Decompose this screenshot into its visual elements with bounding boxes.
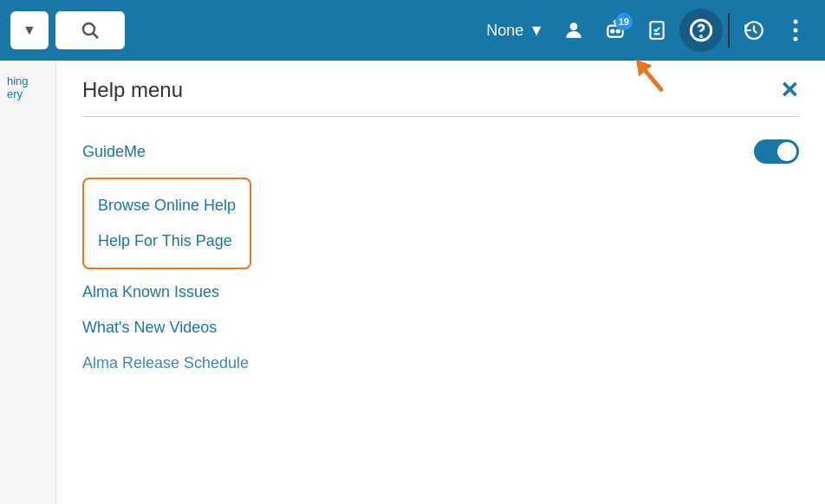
topbar-divider — [728, 13, 730, 48]
sidebar-text-1: hing ery — [7, 74, 49, 100]
svg-point-5 — [617, 29, 620, 32]
close-icon: ✕ — [780, 77, 799, 103]
svg-point-12 — [794, 20, 798, 24]
svg-point-0 — [83, 23, 94, 35]
help-icon — [689, 18, 713, 42]
task-button[interactable] — [638, 11, 676, 49]
dropdown-arrow-icon: ▼ — [529, 22, 544, 40]
task-icon — [646, 19, 668, 42]
whats-new-videos-link[interactable]: What's New Videos — [82, 310, 799, 346]
svg-point-13 — [794, 29, 798, 33]
help-menu-title: Help menu — [82, 78, 183, 102]
svg-point-2 — [570, 23, 578, 30]
topbar-left: ▼ — [10, 11, 125, 49]
help-menu-header: Help menu ✕ — [56, 61, 825, 116]
svg-point-10 — [700, 36, 701, 36]
history-icon — [743, 19, 765, 42]
search-icon — [80, 20, 101, 41]
none-dropdown[interactable]: None ▼ — [486, 22, 544, 40]
notification-badge: 19 — [615, 13, 633, 30]
browse-online-help-link[interactable]: Browse Online Help — [98, 188, 236, 223]
close-help-menu-button[interactable]: ✕ — [780, 79, 799, 101]
help-menu-body: GuideMe Browse Online Help Help For This… — [56, 117, 825, 398]
sidebar-partial: hing ery — [0, 61, 56, 504]
more-button[interactable] — [776, 11, 815, 49]
alma-known-issues-link[interactable]: Alma Known Issues — [82, 275, 799, 310]
search-box[interactable] — [55, 11, 125, 49]
main-area: hing ery Help menu ✕ GuideMe Browse O — [0, 61, 825, 504]
guideme-toggle[interactable] — [754, 139, 799, 164]
nav-icon: ▼ — [23, 23, 36, 38]
svg-point-14 — [794, 37, 798, 42]
help-menu-panel: Help menu ✕ GuideMe Browse Online Help H… — [56, 61, 825, 504]
nav-dropdown-button[interactable]: ▼ — [10, 11, 49, 49]
svg-point-4 — [611, 29, 614, 32]
help-button[interactable] — [679, 9, 723, 52]
alma-release-schedule-link[interactable]: Alma Release Schedule — [82, 346, 799, 381]
person-icon — [562, 19, 585, 42]
help-for-this-page-link[interactable]: Help For This Page — [98, 223, 236, 259]
svg-line-1 — [94, 34, 99, 39]
guideme-link[interactable]: GuideMe — [82, 143, 146, 161]
highlighted-items-box: Browse Online Help Help For This Page — [82, 178, 251, 269]
history-button[interactable] — [735, 11, 773, 49]
person-button[interactable] — [555, 11, 593, 49]
topbar-right: None ▼ 19 — [486, 9, 815, 52]
topbar: ▼ None ▼ — [0, 0, 825, 61]
none-label: None — [486, 22, 523, 40]
notification-button[interactable]: 19 — [596, 11, 634, 49]
guideme-row: GuideMe — [82, 134, 799, 178]
more-icon — [793, 19, 798, 42]
